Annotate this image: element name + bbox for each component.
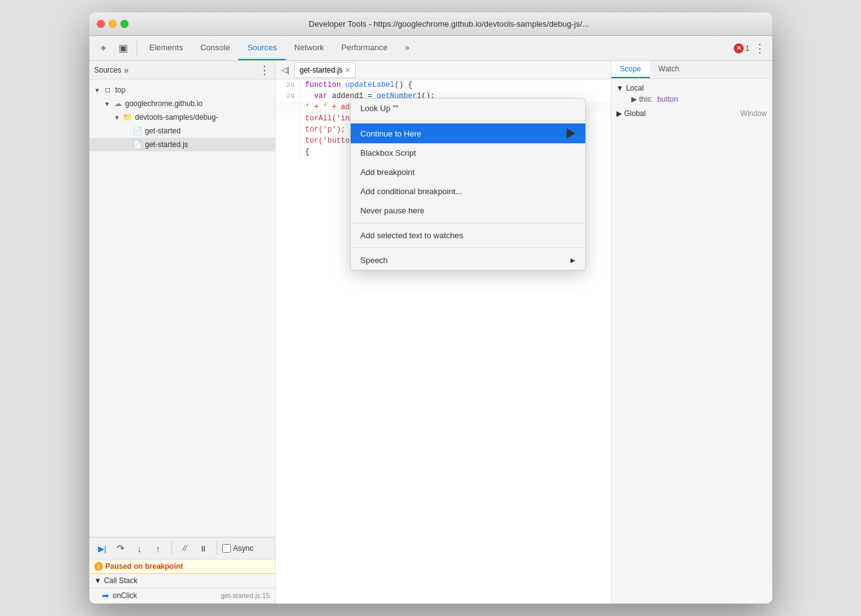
editor-panel: ◁| get-started.js × 28 function updateLa… — [276, 61, 611, 604]
tab-sources[interactable]: Sources — [238, 36, 286, 60]
cursor-pointer-icon — [567, 128, 575, 138]
step-out-icon: ↑ — [156, 543, 161, 554]
traffic-lights — [97, 20, 128, 28]
pause-on-exceptions-button[interactable]: ⏸ — [196, 540, 212, 556]
file-tree: ▼ □ top ▼ ☁ googlechrome.github.io ▼ 📁 d… — [89, 79, 275, 537]
local-arrow-icon: ▼ — [616, 84, 624, 92]
editor-tab-get-started-js[interactable]: get-started.js × — [294, 62, 356, 78]
scope-item-this: ▶ this: button — [616, 94, 767, 105]
folder-blue-icon: 📁 — [123, 112, 133, 122]
menu-item-add-breakpoint[interactable]: Add breakpoint — [351, 163, 585, 182]
menu-item-never-pause[interactable]: Never pause here — [351, 201, 585, 220]
tree-item-get-started-js[interactable]: 📄 get-started.js — [89, 138, 275, 151]
tree-arrow-github: ▼ — [104, 100, 112, 107]
tab-performance[interactable]: Performance — [333, 36, 396, 60]
context-menu: Look Up "" Continue to Here Blackbox Scr… — [350, 98, 586, 270]
window-frame-icon: □ — [103, 85, 113, 95]
step-over-icon: ↷ — [117, 543, 125, 554]
title-bar: Developer Tools - https://googlechrome.g… — [89, 12, 772, 36]
resume-icon: ▶| — [98, 544, 106, 553]
sources-label: Sources — [94, 66, 122, 74]
menu-item-add-to-watches[interactable]: Add selected text to watches — [351, 226, 585, 245]
call-stack-arrow-icon: ▼ — [94, 576, 102, 585]
async-checkbox[interactable] — [222, 544, 231, 553]
back-nav-icon[interactable]: ◁| — [278, 63, 293, 78]
step-into-icon: ↓ — [137, 543, 142, 554]
minimize-button[interactable] — [109, 20, 117, 28]
scope-section-global[interactable]: ▶ Global Window — [611, 106, 772, 121]
tab-elements[interactable]: Elements — [141, 36, 192, 60]
cursor-tool-button[interactable]: ⌖ — [94, 39, 113, 58]
debug-toolbar: ▶| ↷ ↓ ↑ // ⏸ — [89, 537, 275, 560]
call-stack-item-onclick[interactable]: ➡ onClick get-started.js:15 — [89, 588, 275, 604]
info-icon: i — [94, 562, 103, 571]
maximize-button[interactable] — [120, 20, 128, 28]
tree-item-github[interactable]: ▼ ☁ googlechrome.github.io — [89, 97, 275, 110]
deactivate-icon: // — [183, 544, 187, 553]
left-panel-bottom: ▶| ↷ ↓ ↑ // ⏸ — [89, 537, 275, 604]
tree-arrow-top: ▼ — [94, 87, 102, 94]
tree-arrow-samples: ▼ — [114, 114, 122, 121]
menu-item-blackbox-script[interactable]: Blackbox Script — [351, 143, 585, 163]
async-label: Async — [222, 544, 254, 553]
scope-tabs: Scope Watch — [611, 61, 772, 79]
tree-arrow-get-started — [124, 128, 132, 135]
menu-item-look-up[interactable]: Look Up "" — [351, 99, 585, 118]
menu-divider-3 — [351, 248, 585, 248]
menu-divider-2 — [351, 223, 585, 223]
device-icon: ▣ — [119, 42, 128, 54]
tree-item-get-started[interactable]: 📄 get-started — [89, 124, 275, 138]
tree-item-top[interactable]: ▼ □ top — [89, 83, 275, 97]
close-tab-icon[interactable]: × — [345, 65, 350, 75]
tab-network[interactable]: Network — [286, 36, 333, 60]
step-out-button[interactable]: ↑ — [150, 540, 166, 556]
device-tool-button[interactable]: ▣ — [114, 39, 133, 58]
pause-icon: ⏸ — [199, 544, 207, 553]
tab-console[interactable]: Console — [192, 36, 239, 60]
paused-banner: i Paused on breakpoint — [89, 560, 275, 574]
window-title: Developer Tools - https://googlechrome.g… — [133, 19, 765, 29]
toolbar-divider-1 — [137, 41, 137, 56]
menu-item-continue-to-here[interactable]: Continue to Here — [351, 123, 585, 143]
code-line-28: 28 function updateLabel() { — [276, 79, 611, 91]
this-expand-icon: ▶ — [631, 95, 637, 104]
menu-item-speech[interactable]: Speech ▶ — [351, 251, 585, 270]
close-button[interactable] — [97, 20, 105, 28]
toolbar-right: ✕ 1 ⋮ — [734, 41, 767, 56]
cursor-icon: ⌖ — [101, 43, 106, 54]
sources-more-button[interactable]: » — [124, 65, 129, 75]
error-icon: ✕ — [734, 43, 744, 53]
menu-divider-1 — [351, 120, 585, 121]
tab-watch[interactable]: Watch — [650, 61, 688, 78]
more-tabs-button[interactable]: » — [396, 36, 418, 60]
global-scope-header: ▶ Global — [616, 108, 646, 119]
debug-divider-2 — [217, 542, 217, 555]
local-scope-header: ▼ Local — [616, 83, 767, 94]
devtools-main: Sources » ⋮ ▼ □ top ▼ ☁ googlechrome.git… — [89, 61, 772, 604]
devtools-toolbar: ⌖ ▣ Elements Console Sources Network Per… — [89, 36, 772, 61]
scope-section-local[interactable]: ▼ Local ▶ this: button — [611, 81, 772, 106]
file-white-icon: 📄 — [133, 126, 143, 136]
editor-scope-row: ◁| get-started.js × 28 function updateLa… — [276, 61, 772, 604]
tree-item-devtools-samples[interactable]: ▼ 📁 devtools-samples/debug- — [89, 110, 275, 124]
deactivate-breakpoints-button[interactable]: // — [177, 540, 193, 556]
tab-navigation: Elements Console Sources Network Perform… — [141, 36, 733, 60]
global-arrow-icon: ▶ — [616, 109, 622, 118]
tree-arrow-get-started-js — [124, 141, 132, 148]
more-options-button[interactable]: ⋮ — [752, 41, 767, 56]
resume-button[interactable]: ▶| — [94, 540, 110, 556]
call-stack-arrow-icon: ➡ — [102, 591, 109, 600]
menu-item-add-conditional-breakpoint[interactable]: Add conditional breakpoint... — [351, 182, 585, 201]
sources-panel-header: Sources » ⋮ — [89, 61, 275, 79]
error-badge[interactable]: ✕ 1 — [734, 43, 750, 53]
scope-content: ▼ Local ▶ this: button — [611, 79, 772, 604]
call-stack-header[interactable]: ▼ Call Stack — [89, 574, 275, 588]
debug-divider — [171, 542, 172, 555]
sources-dots-button[interactable]: ⋮ — [259, 65, 270, 76]
devtools-window: Developer Tools - https://googlechrome.g… — [89, 12, 772, 604]
step-over-button[interactable]: ↷ — [113, 540, 129, 556]
step-into-button[interactable]: ↓ — [132, 540, 148, 556]
cloud-icon: ☁ — [113, 99, 123, 109]
tab-scope[interactable]: Scope — [611, 61, 650, 78]
scope-panel: Scope Watch ▼ Local — [611, 61, 772, 604]
